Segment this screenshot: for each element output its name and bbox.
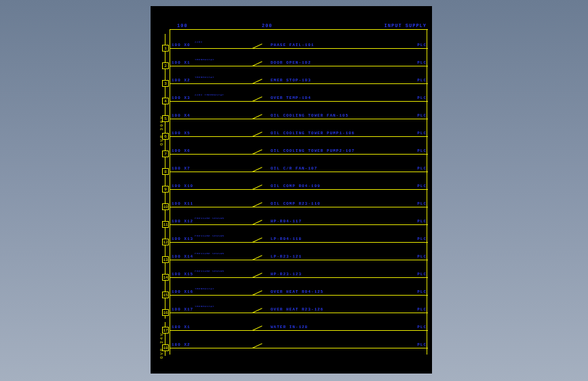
rung-wire [170,295,428,296]
rung-destination: PLC [417,78,427,83]
rung-number: 8 [162,168,169,175]
rung-destination: PLC [417,131,427,136]
rung-destination: PLC [417,342,427,347]
rung-wire [170,277,428,278]
contact-diagonal [252,149,262,155]
rung-description: HP-R23-123 [271,272,302,277]
rung-description: PHASE FAIL-101 [271,43,314,47]
contact-diagonal [252,96,262,102]
contact-diagonal [252,325,262,331]
contact-symbol [250,201,265,209]
ladder-rung: 15100 X16THERMOSTATOVER HEAT R04-125PLC [170,281,428,298]
ladder-rung: 10100 X11OIL COMP R23-110PLC [170,193,428,210]
rung-address: 100 X0 [172,43,191,47]
rung-container: 100 200 INPUT SUPPLY 1100 X0220VPHASE FA… [170,20,428,351]
contact-diagonal [252,255,262,260]
rung-description: OIL C/R FAN-107 [271,166,317,171]
rung-number: 12 [162,239,169,245]
ladder-rung: 2100 X1THERMOSTATDOOR OPEN-102PLC [170,52,428,69]
contact-symbol [250,43,265,51]
rung-sublabel: THERMOSTAT [195,76,214,79]
contact-symbol [250,148,265,157]
contact-diagonal [252,132,262,137]
ladder-rung: 3100 X2THERMOSTATEMER STOP-103PLC [170,69,428,87]
contact-diagonal [252,79,262,84]
rung-number: 13 [162,256,169,263]
ladder-rung: 4100 X3220V THERMOSTATOVER TEMP-104PLC [170,87,428,104]
contact-symbol [250,325,265,333]
rung-destination: PLC [417,289,427,294]
rung-sublabel: PRESSURE SENSOR [195,270,224,273]
rung-destination: PLC [417,96,427,100]
rung-destination: PLC [417,201,427,206]
header-row: 100 200 INPUT SUPPLY [170,20,428,33]
rung-address: 100 X15 [172,272,193,277]
rung-wire [170,66,428,66]
rung-description: LP-R23-121 [271,254,302,259]
rung-destination: PLC [417,254,427,259]
contact-diagonal [252,343,262,348]
rung-destination: PLC [417,219,427,224]
rung-description: OVER HEAT R04-125 [271,289,324,294]
rung-number: 1 [162,45,169,52]
rung-destination: PLC [417,307,427,312]
contact-symbol [250,131,265,139]
contact-symbol [250,307,265,315]
rung-sublabel: 220V [195,41,203,43]
rung-address: 100 X17 [172,307,193,312]
rung-address: 180 X2 [172,342,191,347]
contact-symbol [250,113,265,121]
rung-wire [170,242,428,243]
contact-diagonal [252,167,262,172]
rung-address: 180 X1 [172,325,191,329]
contact-diagonal [252,290,262,296]
rung-sublabel: THERMOSTAT [195,58,214,61]
rung-number: 7 [162,151,169,157]
ladder-rung: 7100 X6OIL COOLING TOWER PUMP2-107PLC [170,140,428,157]
rung-description: DOOR OPEN-102 [271,60,311,65]
ladder-rung: 8100 X7OIL C/R FAN-107PLC [170,157,428,175]
rung-description: OVER TEMP-104 [271,96,311,100]
rung-wire [170,83,428,84]
rung-sublabel: THERMOSTAT [195,287,214,290]
rung-description: HP-R04-117 [271,219,302,224]
header-col2: 200 [262,23,273,28]
rung-wire [170,260,428,260]
header-right: INPUT SUPPLY [385,23,427,28]
rung-number: 15 [162,292,169,298]
contact-symbol [250,219,265,227]
rung-wire [170,330,428,331]
rung-description: OIL COOLING TOWER PUMP2-107 [271,148,355,153]
rung-wire [170,172,428,172]
rung-destination: PLC [417,237,427,241]
ladder-rung: 6100 X5OIL COOLING TOWER PUMP1-106PLC [170,122,428,140]
rung-address: 100 X5 [172,131,191,136]
contact-symbol [250,237,265,245]
rung-wire [170,348,428,348]
rung-address: 100 X7 [172,166,191,171]
ladder-rung: 11100 X12PRESSURE SENSORHP-R04-117PLC [170,210,428,228]
rung-destination: PLC [417,113,427,118]
ladder-rung: 9100 X10OIL COMP R04-109PLC [170,175,428,193]
rung-description: LP-R04-118 [271,237,302,241]
rung-number: 18 [162,344,169,351]
rung-sublabel: PRESSURE SENSOR [195,252,224,255]
header-wire [170,29,428,30]
rung-number: 16 [162,309,169,316]
ladder-rung: 14100 X15PRESSURE SENSORHP-R23-123PLC [170,263,428,281]
ladder-rung: 12100 X13PRESSURE SENSORLP-R04-118PLC [170,228,428,245]
contact-diagonal [252,273,262,278]
contact-symbol [250,166,265,174]
rung-wire [170,224,428,225]
rung-sublabel: PRESSURE SENSOR [195,217,224,220]
rung-number: 2 [162,62,169,69]
contact-symbol [250,342,265,350]
rung-number: 11 [162,221,169,228]
rung-sublabel: PRESSURE SENSOR [195,235,224,237]
rung-sublabel: 220V THERMOSTAT [195,94,224,96]
rung-address: 100 X10 [172,184,193,188]
contact-diagonal [252,202,262,207]
cad-drawing-frame: OVP 300V OVP 24V 100 200 INPUT SUPPLY 11… [151,6,432,374]
contact-symbol [250,78,265,86]
rung-description: OIL COOLING TOWER PUMP1-106 [271,131,355,136]
